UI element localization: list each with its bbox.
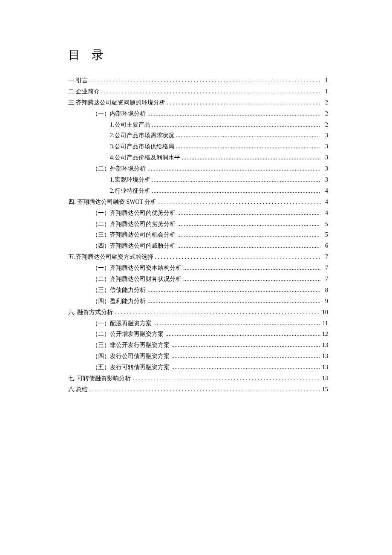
toc-entry-label: （一）齐翔腾达公司资本结构分析 (92, 263, 182, 274)
toc-leader-dots (152, 119, 321, 130)
toc-entry-page: 13 (322, 351, 328, 362)
toc-leader-dots (171, 351, 320, 362)
toc-leader-dots (171, 340, 320, 351)
toc-entry: 五.齐翔腾达公司融资方式的选择7 (68, 251, 328, 263)
toc-entry: （二）齐翔腾达公司财务状况分析7 (92, 274, 328, 285)
toc-entry: （三）齐翔腾达公司的机会分析5 (92, 229, 328, 240)
toc-entry: （五）发行可转债再融资方案13 (92, 362, 328, 373)
toc-leader-dots (176, 141, 321, 152)
toc-entry: （一）内部环境分析2 (92, 108, 328, 119)
toc-leader-dots (177, 219, 320, 230)
toc-entry-page: 7 (322, 274, 328, 285)
toc-leader-dots (152, 185, 321, 197)
toc-entry-page: 4 (322, 197, 328, 208)
toc-entry-page: 7 (322, 251, 328, 263)
toc-entry-page: 12 (322, 329, 328, 340)
toc-leader-dots (177, 229, 320, 240)
toc-entry: （一）配股再融资方案11 (92, 318, 328, 329)
toc-entry-page: 3 (322, 130, 328, 141)
toc-entry-label: 一.引言 (68, 75, 88, 86)
toc-entry-label: （一）内部环境分析 (92, 108, 146, 119)
toc-title: 目 录 (68, 47, 328, 63)
toc-entry: （三）非公开发行再融资方案13 (92, 340, 328, 351)
toc-leader-dots (165, 329, 320, 340)
toc-leader-dots (171, 362, 320, 373)
toc-entry-page: 1 (322, 75, 328, 86)
toc-entry-label: 2.公司产品市场需求状况 (110, 130, 174, 141)
toc-entry: 三.齐翔腾达公司融资问题的环境分析2 (68, 97, 328, 108)
toc-entry: 七. 可转债融资影响分析14 (68, 373, 328, 384)
toc-entry: 1.宏观环境分析3 (110, 174, 328, 185)
toc-entry-page: 13 (322, 362, 328, 373)
toc-entry-label: （一）齐翔腾达公司的优势分析 (92, 208, 176, 219)
toc-entry-page: 2 (322, 119, 328, 130)
toc-entry-page: 3 (322, 163, 328, 174)
toc-entry: 4.公司产品价格及利润水平3 (110, 152, 328, 163)
toc-entry: 四. 齐翔腾达公司融资 SWOT 分析4 (68, 197, 328, 208)
toc-entry-label: （四）发行公司债再融资方案 (92, 351, 170, 362)
toc-entry: 2.公司产品市场需求状况3 (110, 130, 328, 141)
toc-entry-page: 3 (322, 152, 328, 163)
toc-leader-dots (177, 208, 320, 219)
toc-entry-page: 14 (322, 373, 328, 384)
toc-entry-page: 11 (322, 318, 328, 329)
toc-entry: （四）发行公司债再融资方案13 (92, 351, 328, 362)
toc-entry-label: 四. 齐翔腾达公司融资 SWOT 分析 (68, 197, 156, 208)
toc-entry-label: （二）齐翔腾达公司财务状况分析 (92, 274, 182, 285)
toc-entry-label: （二）公开增发再融资方案 (92, 329, 164, 340)
toc-leader-dots (89, 384, 321, 395)
toc-entry-page: 6 (322, 240, 328, 251)
toc-entry-label: 4.公司产品价格及利润水平 (110, 152, 180, 163)
toc-entry-label: 五.齐翔腾达公司融资方式的选择 (68, 251, 153, 263)
toc-leader-dots (183, 274, 320, 285)
toc-leader-dots (167, 97, 321, 108)
toc-leader-dots (147, 296, 320, 307)
toc-entry: 3.公司产品市场供给格局3 (110, 141, 328, 152)
toc-leader-dots (176, 130, 321, 141)
toc-leader-dots (153, 318, 320, 329)
toc-leader-dots (89, 75, 321, 86)
toc-leader-dots (177, 240, 320, 251)
toc-entry: 六. 融资方式分析10 (68, 307, 328, 318)
toc-entry-page: 15 (322, 384, 328, 395)
toc-entry-page: 9 (322, 296, 328, 307)
toc-entry-page: 2 (322, 108, 328, 119)
toc-entry-label: （五）发行可转债再融资方案 (92, 362, 170, 373)
toc-leader-dots (147, 163, 320, 174)
toc-entry-label: （二）齐翔腾达公司的劣势分析 (92, 219, 176, 230)
toc-entry: （二）公开增发再融资方案12 (92, 329, 328, 340)
toc-entry: （一）齐翔腾达公司的优势分析4 (92, 208, 328, 219)
toc-entry-page: 3 (322, 174, 328, 185)
toc-entry: （二）外部环境分析3 (92, 163, 328, 174)
toc-entry-page: 5 (322, 229, 328, 240)
toc-entry-page: 3 (322, 141, 328, 152)
toc-entry: （四）盈利能力分析9 (92, 296, 328, 307)
toc-entry: 一.引言1 (68, 75, 328, 86)
toc-leader-dots (133, 373, 320, 384)
toc-entry: 2.行业特征分析4 (110, 185, 328, 197)
toc-entry-page: 4 (322, 208, 328, 219)
toc-entry-page: 7 (322, 263, 328, 274)
toc-entry-page: 2 (322, 97, 328, 108)
toc-leader-dots (147, 285, 320, 296)
toc-leader-dots (182, 152, 321, 163)
toc-entry: （三）偿债能力分析8 (92, 285, 328, 296)
toc-entry-label: 1.宏观环境分析 (110, 174, 150, 185)
toc-entry-label: 六. 融资方式分析 (68, 307, 113, 318)
toc-entry-page: 10 (322, 307, 328, 318)
toc-entry-page: 13 (322, 340, 328, 351)
toc-entry-label: 2.行业特征分析 (110, 185, 150, 197)
toc-entry-label: （四）齐翔腾达公司的威胁分析 (92, 240, 176, 251)
toc-entry: （二）齐翔腾达公司的劣势分析5 (92, 219, 328, 230)
toc-leader-dots (115, 307, 320, 318)
toc-entry: 二.企业简介1 (68, 86, 328, 97)
toc-entry-label: 三.齐翔腾达公司融资问题的环境分析 (68, 97, 165, 108)
toc-leader-dots (147, 108, 320, 119)
toc-entry-label: （四）盈利能力分析 (92, 296, 146, 307)
toc-list: 一.引言1二.企业简介1三.齐翔腾达公司融资问题的环境分析2（一）内部环境分析2… (68, 75, 328, 395)
toc-entry-label: 七. 可转债融资影响分析 (68, 373, 131, 384)
toc-leader-dots (152, 174, 321, 185)
toc-entry-label: （三）偿债能力分析 (92, 285, 146, 296)
toc-entry-label: （三）齐翔腾达公司的机会分析 (92, 229, 176, 240)
toc-entry: 八.总结15 (68, 384, 328, 395)
